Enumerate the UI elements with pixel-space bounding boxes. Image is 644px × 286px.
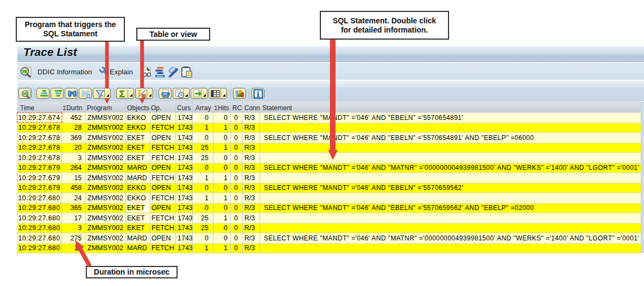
svg-text:Σ: Σ — [119, 90, 125, 99]
